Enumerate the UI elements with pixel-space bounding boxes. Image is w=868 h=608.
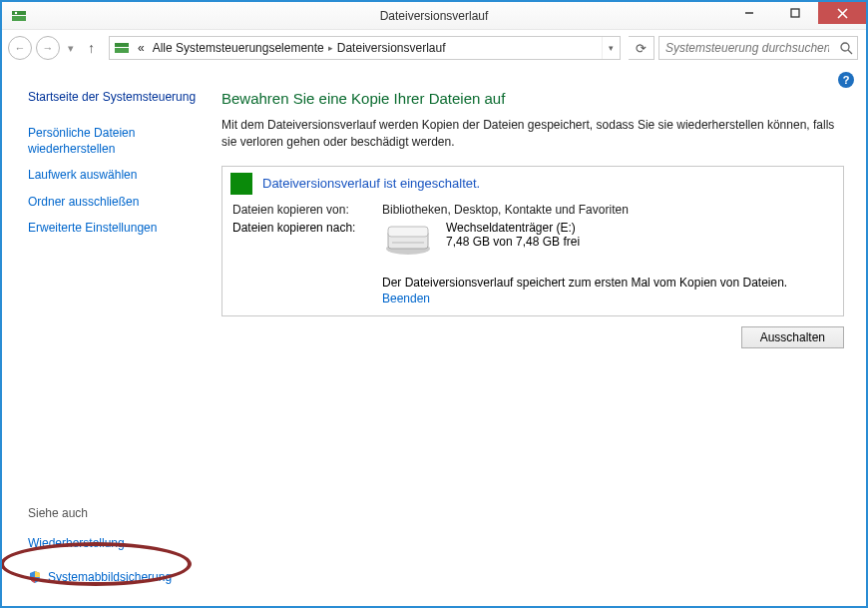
svg-line-10: [848, 50, 852, 54]
back-button[interactable]: ←: [8, 36, 32, 60]
search-input[interactable]: [659, 41, 835, 55]
toggle-button[interactable]: Ausschalten: [741, 326, 844, 348]
see-also-system-image[interactable]: Systemabbildsicherung: [48, 569, 172, 585]
status-indicator-icon: [230, 173, 252, 195]
sidebar-link-restore[interactable]: Persönliche Dateien wiederherstellen: [28, 125, 202, 157]
sidebar-link-select-drive[interactable]: Laufwerk auswählen: [28, 167, 202, 183]
drive-space: 7,48 GB von 7,48 GB frei: [446, 235, 580, 249]
sidebar: Startseite der Systemsteuerung Persönlic…: [4, 70, 212, 604]
window-title: Dateiversionsverlauf: [380, 9, 489, 23]
refresh-button[interactable]: ⟳: [629, 36, 654, 60]
nav-toolbar: ← → ▾ ↑ « Alle Systemsteuerungselemente …: [2, 30, 866, 66]
breadcrumb-prefix: «: [134, 41, 149, 55]
address-bar[interactable]: « Alle Systemsteuerungselemente ▸ Dateiv…: [109, 36, 621, 60]
shield-icon: [28, 570, 42, 584]
app-icon: [8, 5, 30, 27]
control-panel-home-link[interactable]: Startseite der Systemsteuerung: [28, 90, 202, 104]
history-dropdown[interactable]: ▾: [64, 36, 78, 60]
svg-rect-4: [791, 9, 799, 17]
drive-name: Wechseldatenträger (E:): [446, 221, 580, 235]
breadcrumb-seg-2[interactable]: Dateiversionsverlauf: [333, 41, 450, 55]
address-icon: [110, 40, 134, 56]
copy-from-label: Dateien kopieren von:: [232, 203, 382, 217]
svg-rect-1: [12, 16, 26, 21]
main-content: Bewahren Sie eine Kopie Ihrer Dateien au…: [212, 70, 864, 604]
svg-rect-13: [388, 227, 428, 237]
svg-rect-0: [12, 11, 26, 15]
status-panel: Dateiversionsverlauf ist eingeschaltet. …: [221, 166, 844, 316]
activity-status: Der Dateiversionsverlauf speichert zum e…: [222, 268, 843, 292]
svg-rect-7: [115, 43, 129, 47]
svg-rect-8: [115, 48, 129, 53]
forward-button[interactable]: →: [36, 36, 60, 60]
page-description: Mit dem Dateiversionsverlauf werden Kopi…: [221, 117, 844, 152]
address-dropdown-icon[interactable]: ▾: [602, 37, 620, 59]
search-box[interactable]: [658, 36, 858, 60]
status-label: Dateiversionsverlauf ist eingeschaltet.: [262, 176, 480, 191]
title-bar: Dateiversionsverlauf: [2, 2, 866, 30]
sidebar-link-advanced[interactable]: Erweiterte Einstellungen: [28, 220, 202, 236]
drive-icon: [382, 221, 434, 260]
search-icon[interactable]: [835, 42, 857, 55]
svg-point-9: [841, 43, 849, 51]
copy-from-value: Bibliotheken, Desktop, Kontakte und Favo…: [382, 203, 833, 217]
up-button[interactable]: ↑: [82, 40, 101, 56]
close-button[interactable]: [818, 2, 866, 24]
page-heading: Bewahren Sie eine Kopie Ihrer Dateien au…: [221, 90, 844, 107]
stop-link[interactable]: Beenden: [382, 292, 430, 305]
sidebar-link-exclude[interactable]: Ordner ausschließen: [28, 194, 202, 210]
svg-point-2: [15, 11, 17, 13]
see-also-recovery[interactable]: Wiederherstellung: [28, 535, 125, 551]
maximize-button[interactable]: [772, 2, 818, 24]
minimize-button[interactable]: [726, 2, 772, 24]
see-also-header: Siehe auch: [28, 506, 202, 520]
copy-to-label: Dateien kopieren nach:: [232, 221, 382, 235]
breadcrumb-seg-1[interactable]: Alle Systemsteuerungselemente: [149, 41, 328, 55]
